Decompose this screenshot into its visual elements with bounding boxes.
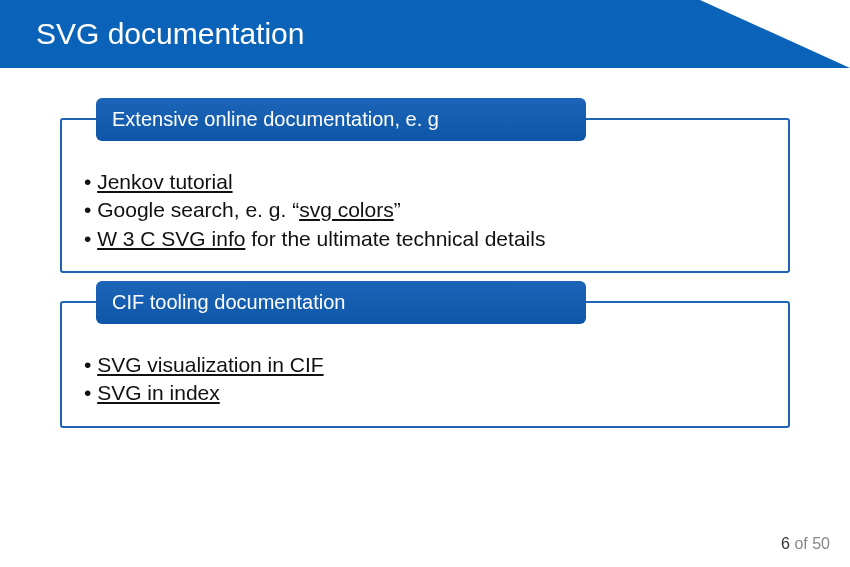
svg-in-index-link[interactable]: SVG in index [97, 381, 220, 404]
current-page: 6 [781, 535, 790, 552]
list-item: W 3 C SVG info for the ultimate technica… [80, 225, 770, 253]
svg-visualization-cif-link[interactable]: SVG visualization in CIF [97, 353, 323, 376]
total-pages: of 50 [790, 535, 830, 552]
section-box: CIF tooling documentation SVG visualizat… [60, 301, 790, 428]
list-item: Jenkov tutorial [80, 168, 770, 196]
slide-content: Extensive online documentation, e. g Jen… [0, 68, 850, 428]
page-number: 6 of 50 [781, 535, 830, 553]
list-item: SVG visualization in CIF [80, 351, 770, 379]
bullet-suffix: for the ultimate technical details [245, 227, 545, 250]
bullet-list: SVG visualization in CIF SVG in index [80, 351, 770, 408]
section-title: CIF tooling documentation [96, 281, 586, 324]
list-item: SVG in index [80, 379, 770, 407]
bullet-prefix: Google search, e. g. “ [97, 198, 299, 221]
w3c-svg-info-link[interactable]: W 3 C SVG info [97, 227, 245, 250]
list-item: Google search, e. g. “svg colors” [80, 196, 770, 224]
bullet-list: Jenkov tutorial Google search, e. g. “sv… [80, 168, 770, 253]
bullet-suffix: ” [394, 198, 401, 221]
section-title: Extensive online documentation, e. g [96, 98, 586, 141]
slide-title: SVG documentation [0, 17, 305, 51]
section-box: Extensive online documentation, e. g Jen… [60, 118, 790, 273]
jenkov-tutorial-link[interactable]: Jenkov tutorial [97, 170, 232, 193]
header-decoration [700, 0, 850, 68]
slide-header: SVG documentation [0, 0, 850, 68]
svg-colors-link[interactable]: svg colors [299, 198, 394, 221]
